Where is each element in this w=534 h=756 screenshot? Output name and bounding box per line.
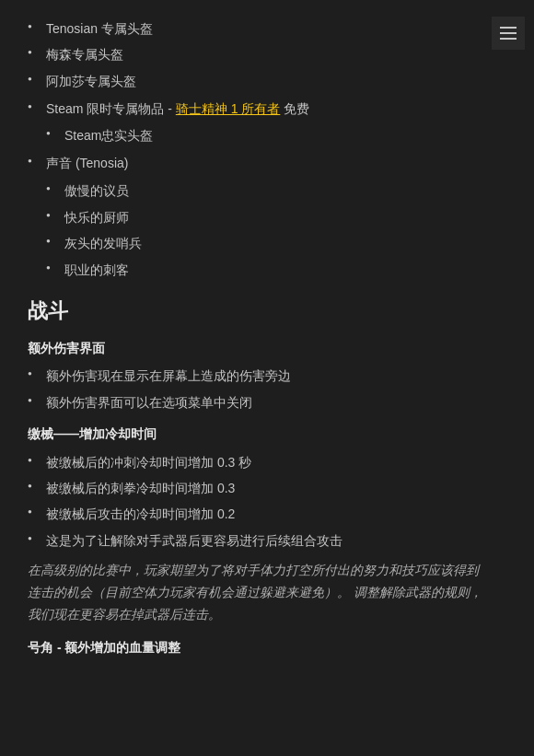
tenosian-helmet-item: Tenosian 专属头盔 [28, 18, 483, 39]
happy-chef-item: 快乐的厨师 [46, 207, 483, 227]
disarm-item1: 被缴械后的冲刺冷却时间增加 0.3 秒 [28, 452, 483, 472]
disarm-list: 被缴械后的冲刺冷却时间增加 0.3 秒 被缴械后的刺拳冷却时间增加 0.3 被缴… [28, 452, 483, 552]
extra-damage-item1: 额外伤害现在显示在屏幕上造成的伤害旁边 [28, 366, 483, 386]
page-container: Tenosian 专属头盔 梅森专属头盔 阿加莎专属头盔 Steam 限时专属物… [0, 0, 534, 683]
menu-line-3 [500, 38, 517, 40]
horn-header: 号角 - 额外增加的血量调整 [28, 637, 483, 657]
agatha-helmet-item: 阿加莎专属头盔 [28, 71, 483, 91]
steam-limited-link[interactable]: 骑士精神 1 所有者 [176, 101, 281, 116]
steam-limited-suffix: 免费 [280, 101, 309, 116]
steam-loyal-helmet-item: Steam忠实头盔 [46, 125, 483, 145]
professional-assassin-item: 职业的刺客 [46, 260, 483, 280]
italic-paragraph: 在高级别的比赛中，玩家期望为了将对手体力打空所付出的努力和技巧应该得到连击的机会… [28, 560, 483, 625]
disarm-header: 缴械——增加冷却时间 [28, 424, 483, 444]
voice-tenosia-item: 声音 (Tenosia) [28, 153, 483, 173]
menu-line-2 [500, 32, 517, 34]
gray-rifleman-item: 灰头的发哨兵 [46, 233, 483, 253]
extra-damage-item2: 额外伤害界面可以在选项菜单中关闭 [28, 392, 483, 413]
voice-sub-list: 傲慢的议员 快乐的厨师 灰头的发哨兵 职业的刺客 [28, 180, 483, 280]
steam-limited-prefix: Steam 限时专属物品 - [46, 101, 176, 116]
disarm-item3: 被缴械后攻击的冷却时间增加 0.2 [28, 504, 483, 524]
voice-list: 声音 (Tenosia) [28, 153, 483, 173]
steam-limited-row: Steam 限时专属物品 - 骑士精神 1 所有者 免费 [28, 99, 483, 119]
extra-damage-header: 额外伤害界面 [28, 338, 483, 358]
menu-button[interactable] [492, 17, 525, 50]
helmet-list: Tenosian 专属头盔 梅森专属头盔 阿加莎专属头盔 [28, 18, 483, 91]
arrogant-councilor-item: 傲慢的议员 [46, 180, 483, 201]
extra-damage-list: 额外伤害现在显示在屏幕上造成的伤害旁边 额外伤害界面可以在选项菜单中关闭 [28, 366, 483, 413]
mason-helmet-item: 梅森专属头盔 [28, 44, 483, 64]
steam-sub-list: Steam忠实头盔 [28, 125, 483, 145]
disarm-item4: 这是为了让解除对手武器后更容易进行后续组合攻击 [28, 530, 483, 551]
disarm-item2: 被缴械后的刺拳冷却时间增加 0.3 [28, 478, 483, 498]
combat-section-title: 战斗 [28, 295, 483, 327]
menu-line-1 [500, 27, 517, 29]
